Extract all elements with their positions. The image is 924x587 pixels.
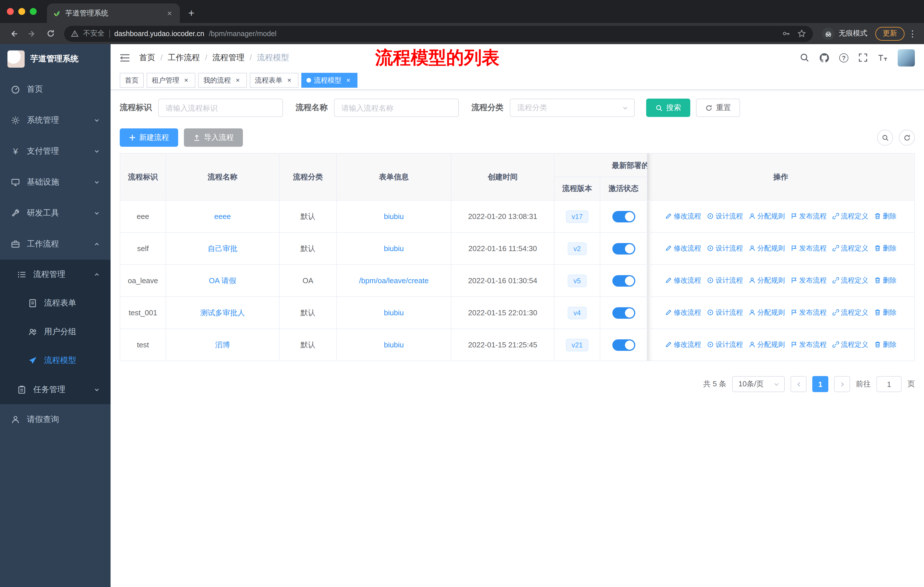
sidebar-item-process-management[interactable]: 流程管理 (0, 260, 111, 289)
action-assign-rule[interactable]: 分配规则 (749, 212, 785, 221)
action-delete[interactable]: 删除 (874, 308, 896, 317)
reload-icon[interactable] (42, 25, 58, 41)
font-size-icon[interactable] (878, 53, 888, 62)
form-info-link[interactable]: biubiu (384, 244, 404, 253)
security-label[interactable]: 不安全 (83, 29, 104, 38)
sidebar-item-system[interactable]: 系统管理 (0, 105, 111, 136)
process-name-link[interactable]: 测试多审批人 (200, 308, 245, 317)
refresh-table-button[interactable] (899, 129, 915, 146)
action-process-definition[interactable]: 流程定义 (832, 212, 868, 221)
tag-my-process[interactable]: 我的流程× (198, 73, 247, 88)
browser-menu-icon[interactable]: ⋮ (907, 28, 918, 39)
action-delete[interactable]: 删除 (874, 212, 896, 221)
action-assign-rule[interactable]: 分配规则 (749, 244, 785, 253)
sidebar-item-infrastructure[interactable]: 基础设施 (0, 167, 111, 198)
action-assign-rule[interactable]: 分配规则 (749, 340, 785, 350)
app-logo[interactable]: 芋道管理系统 (0, 44, 111, 74)
zoom-window-button[interactable] (30, 8, 37, 15)
page-number-current[interactable]: 1 (812, 376, 828, 392)
sidebar-item-dev-tools[interactable]: 研发工具 (0, 198, 111, 229)
action-publish-process[interactable]: 发布流程 (790, 212, 827, 221)
close-icon[interactable]: × (285, 76, 293, 84)
process-name-link[interactable]: 自己审批 (208, 244, 238, 253)
process-name-input[interactable] (334, 99, 459, 117)
breadcrumb-item-workflow[interactable]: 工作流程 (168, 53, 213, 63)
process-name-link[interactable]: OA 请假 (209, 276, 236, 284)
sidebar-item-payment[interactable]: ¥ 支付管理 (0, 136, 111, 167)
search-button[interactable]: 搜索 (646, 99, 690, 117)
form-info-link[interactable]: biubiu (384, 308, 404, 317)
sidebar-item-task-management[interactable]: 任务管理 (0, 375, 111, 404)
action-publish-process[interactable]: 发布流程 (790, 244, 827, 253)
key-icon[interactable] (782, 29, 790, 38)
tag-process-model[interactable]: 流程模型× (301, 73, 358, 88)
process-name-link[interactable]: 滔博 (215, 340, 230, 349)
reset-button[interactable]: 重置 (696, 99, 740, 117)
tab-close-icon[interactable]: × (165, 8, 174, 18)
active-toggle[interactable] (612, 275, 635, 286)
sidebar-item-home[interactable]: 首页 (0, 74, 111, 105)
form-info-link[interactable]: biubiu (384, 341, 404, 349)
user-avatar[interactable] (898, 49, 915, 66)
action-edit-process[interactable]: 修改流程 (665, 340, 701, 350)
breadcrumb-item-home[interactable]: 首页 (139, 53, 168, 63)
create-process-button[interactable]: 新建流程 (120, 128, 178, 147)
process-category-select[interactable]: 流程分类 (510, 99, 635, 117)
address-bar[interactable]: 不安全 dashboard.yudao.iocoder.cn/bpm/manag… (64, 25, 813, 41)
close-icon[interactable]: × (344, 76, 352, 84)
import-process-button[interactable]: 导入流程 (184, 128, 243, 147)
prev-page-button[interactable] (790, 376, 807, 392)
tag-tenant-management[interactable]: 租户管理× (147, 73, 195, 88)
sidebar-item-user-group[interactable]: 用户分组 (0, 317, 111, 346)
active-toggle[interactable] (612, 307, 635, 318)
action-publish-process[interactable]: 发布流程 (790, 340, 827, 350)
active-toggle[interactable] (612, 211, 635, 222)
action-delete[interactable]: 删除 (874, 244, 896, 253)
action-edit-process[interactable]: 修改流程 (665, 308, 701, 317)
show-search-button[interactable] (877, 129, 893, 146)
action-edit-process[interactable]: 修改流程 (665, 244, 701, 253)
new-tab-button[interactable]: + (183, 5, 200, 21)
goto-page-input[interactable] (876, 376, 902, 392)
action-design-process[interactable]: 设计流程 (707, 340, 743, 350)
action-process-definition[interactable]: 流程定义 (832, 276, 868, 286)
fullscreen-icon[interactable] (858, 53, 868, 63)
action-design-process[interactable]: 设计流程 (707, 308, 743, 317)
minimize-window-button[interactable] (18, 8, 25, 15)
action-assign-rule[interactable]: 分配规则 (749, 276, 785, 286)
action-process-definition[interactable]: 流程定义 (832, 308, 868, 317)
sidebar-item-process-model[interactable]: 流程模型 (0, 346, 111, 375)
action-process-definition[interactable]: 流程定义 (832, 340, 868, 350)
sidebar-item-leave-query[interactable]: 请假查询 (0, 404, 111, 435)
active-toggle[interactable] (612, 339, 635, 351)
action-design-process[interactable]: 设计流程 (707, 276, 743, 286)
action-publish-process[interactable]: 发布流程 (790, 308, 827, 317)
close-window-button[interactable] (7, 8, 14, 15)
action-design-process[interactable]: 设计流程 (707, 244, 743, 253)
action-assign-rule[interactable]: 分配规则 (749, 308, 785, 317)
process-id-input[interactable] (158, 99, 283, 117)
bookmark-star-icon[interactable] (797, 29, 806, 38)
tag-home[interactable]: 首页 (120, 73, 144, 88)
update-browser-button[interactable]: 更新 (875, 26, 904, 40)
search-icon[interactable] (800, 53, 809, 63)
action-delete[interactable]: 删除 (874, 276, 896, 286)
sidebar-item-workflow[interactable]: 工作流程 (0, 229, 111, 260)
form-info-link[interactable]: biubiu (384, 212, 404, 221)
process-name-link[interactable]: eeee (214, 212, 231, 221)
forward-icon[interactable] (24, 25, 40, 41)
sidebar-fold-icon[interactable] (120, 53, 130, 62)
form-info-link[interactable]: /bpm/oa/leave/create (359, 276, 429, 285)
back-icon[interactable] (6, 25, 22, 41)
page-size-select[interactable]: 10条/页 (732, 376, 785, 392)
tag-process-form[interactable]: 流程表单× (250, 73, 299, 88)
close-icon[interactable]: × (234, 76, 242, 84)
action-edit-process[interactable]: 修改流程 (665, 212, 701, 221)
action-delete[interactable]: 删除 (874, 340, 896, 350)
next-page-button[interactable] (834, 376, 850, 392)
active-toggle[interactable] (612, 243, 635, 254)
sidebar-item-process-form[interactable]: 流程表单 (0, 289, 111, 317)
action-design-process[interactable]: 设计流程 (707, 212, 743, 221)
help-icon[interactable]: ? (839, 53, 848, 62)
action-publish-process[interactable]: 发布流程 (790, 276, 827, 286)
